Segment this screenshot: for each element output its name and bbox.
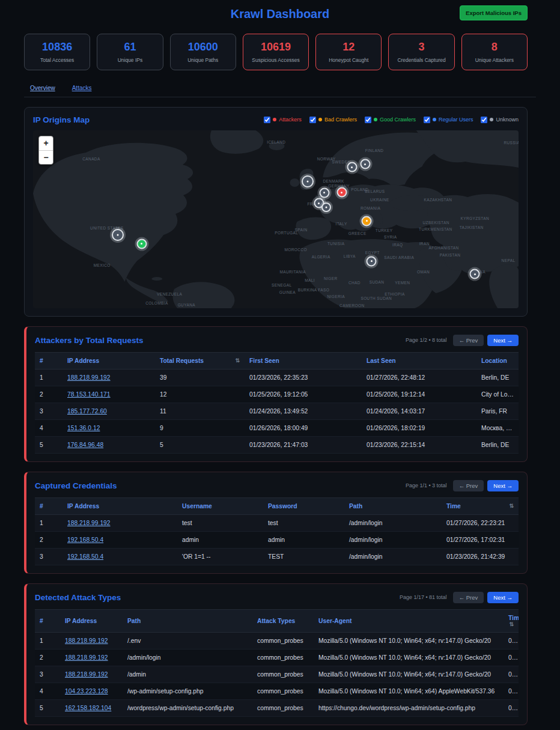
world-map[interactable]: CANADAICELANDNORWAYSWEDENFINLANDRUSSIAUN…	[33, 130, 519, 308]
column-label: Total Requests	[160, 357, 204, 364]
table-cell: 188.218.99.192	[62, 369, 155, 386]
map-country-label: BURKINA FASO	[298, 287, 329, 291]
ip-link[interactable]: 151.36.0.12	[67, 425, 100, 431]
legend-checkbox[interactable]	[309, 117, 316, 123]
map-country-label: KAZAKHSTAN	[424, 197, 452, 201]
column-header-user-agent[interactable]: User-Agent	[314, 609, 504, 632]
map-marker[interactable]	[112, 229, 124, 241]
table-cell: 188.218.99.192	[60, 649, 123, 666]
table-cell: 2	[35, 531, 62, 548]
export-malicious-ips-button[interactable]: Export Malicious IPs	[460, 5, 528, 20]
legend-checkbox[interactable]	[424, 117, 430, 123]
column-header-ip-address[interactable]: IP Address	[62, 497, 177, 514]
tab-overview[interactable]: Overview	[30, 85, 55, 91]
column-header-path[interactable]: Path	[344, 497, 442, 514]
column-header-first-seen[interactable]: First Seen	[245, 352, 362, 369]
table-cell: 39	[155, 369, 245, 386]
column-header-[interactable]: #	[35, 497, 62, 514]
map-marker[interactable]	[367, 256, 377, 266]
map-marker[interactable]	[336, 187, 347, 198]
next-button[interactable]: Next →	[487, 592, 519, 603]
table-cell: Mozilla/5.0 (Windows NT 10.0; Win64; x64…	[314, 649, 504, 666]
column-header-[interactable]: #	[35, 609, 60, 632]
table-cell: 01/23/2026, 22:15:14	[362, 436, 476, 453]
map-country-label: PORTUGAL	[275, 231, 298, 235]
next-button[interactable]: Next →	[487, 480, 519, 491]
legend-label: Attackers	[279, 117, 302, 123]
map-country-label: ITALY	[336, 222, 347, 226]
ip-link[interactable]: 188.218.99.192	[67, 374, 111, 381]
zoom-in-button[interactable]: +	[39, 136, 53, 150]
column-header-username[interactable]: Username	[177, 497, 263, 514]
table-cell: common_probes	[252, 699, 314, 716]
column-header-attack-types[interactable]: Attack Types	[252, 609, 314, 632]
sort-icon[interactable]: ⇅	[509, 503, 514, 509]
sort-icon[interactable]: ⇅	[509, 621, 514, 627]
map-country-label: BELARUS	[365, 189, 385, 193]
column-header-time[interactable]: Time⇅	[442, 497, 519, 514]
ip-link[interactable]: 192.168.50.4	[67, 553, 103, 560]
zoom-out-button[interactable]: −	[39, 150, 53, 164]
legend-item-regular-users: Regular Users	[424, 117, 473, 123]
sort-icon[interactable]: ⇅	[235, 357, 240, 363]
column-label: #	[40, 357, 43, 364]
table-header-row: #IP AddressPathAttack TypesUser-AgentTim…	[35, 609, 519, 632]
column-header-time[interactable]: Time⇅	[504, 609, 519, 632]
map-marker[interactable]	[470, 269, 480, 279]
stats-row: 10836 Total Accesses 61 Unique IPs 10600…	[24, 34, 528, 70]
ip-link[interactable]: 188.218.99.192	[65, 671, 108, 678]
legend-checkbox[interactable]	[264, 117, 270, 123]
table-cell: 01/23/2026, 21:42:39	[442, 548, 519, 565]
stat-label: Suspicious Accesses	[245, 57, 306, 63]
map-country-label: MEXICO	[94, 263, 111, 267]
table-cell: 2	[35, 649, 60, 666]
ip-link[interactable]: 162.158.182.104	[65, 705, 111, 711]
attack-types-pagination: Page 1/17 • 81 total ← Prev Next →	[400, 592, 519, 603]
map-marker[interactable]	[362, 216, 372, 226]
map-marker[interactable]	[136, 239, 147, 249]
prev-button[interactable]: ← Prev	[453, 592, 484, 603]
column-header-password[interactable]: Password	[263, 497, 344, 514]
table-cell: 01/27/2026, 19:35:33	[504, 699, 519, 716]
next-button[interactable]: Next →	[487, 335, 519, 346]
map-country-label: SUDAN	[370, 279, 385, 284]
column-header-[interactable]: #	[35, 352, 62, 369]
map-marker[interactable]	[319, 187, 329, 198]
table-cell: common_probes	[252, 666, 314, 683]
prev-button[interactable]: ← Prev	[453, 480, 484, 491]
table-cell: 3	[35, 548, 62, 565]
legend-checkbox[interactable]	[365, 117, 371, 123]
ip-link[interactable]: 78.153.140.171	[67, 391, 111, 398]
table-cell: 01/27/2026, 22:22:54	[504, 666, 519, 683]
ip-link[interactable]: 188.218.99.192	[65, 654, 108, 661]
legend-label: Unknown	[496, 117, 519, 123]
ip-link[interactable]: 188.218.99.192	[65, 637, 108, 644]
map-marker[interactable]	[302, 175, 314, 187]
column-header-ip-address[interactable]: IP Address	[60, 609, 123, 632]
ip-link[interactable]: 185.177.72.60	[67, 408, 107, 415]
map-marker[interactable]	[321, 202, 331, 212]
map-marker[interactable]	[360, 159, 370, 169]
ip-link[interactable]: 104.23.223.128	[65, 688, 108, 695]
column-header-ip-address[interactable]: IP Address	[62, 352, 155, 369]
prev-button[interactable]: ← Prev	[453, 335, 484, 346]
column-header-location[interactable]: Location	[476, 352, 519, 369]
column-header-total-requests[interactable]: Total Requests⇅	[155, 352, 245, 369]
table-cell: 151.36.0.12	[62, 419, 155, 436]
tab-attacks[interactable]: Attacks	[72, 85, 92, 91]
ip-link[interactable]: 176.84.96.48	[67, 442, 103, 448]
column-label: Time	[508, 615, 519, 621]
ip-link[interactable]: 188.218.99.192	[67, 520, 111, 526]
column-header-last-seen[interactable]: Last Seen	[362, 352, 476, 369]
table-row: 1188.218.99.1923901/23/2026, 22:35:2301/…	[35, 369, 519, 386]
legend-checkbox[interactable]	[481, 117, 487, 123]
map-marker[interactable]	[347, 162, 357, 172]
column-header-path[interactable]: Path	[123, 609, 252, 632]
map-country-label: MOROCCO	[284, 247, 306, 251]
stat-value: 10600	[172, 41, 234, 53]
column-label: Username	[182, 503, 212, 509]
ip-link[interactable]: 192.168.50.4	[67, 537, 103, 543]
map-country-label: MAURITANIA	[279, 269, 306, 273]
table-cell: 188.218.99.192	[62, 514, 177, 531]
attack-types-title: Detected Attack Types	[35, 593, 121, 602]
